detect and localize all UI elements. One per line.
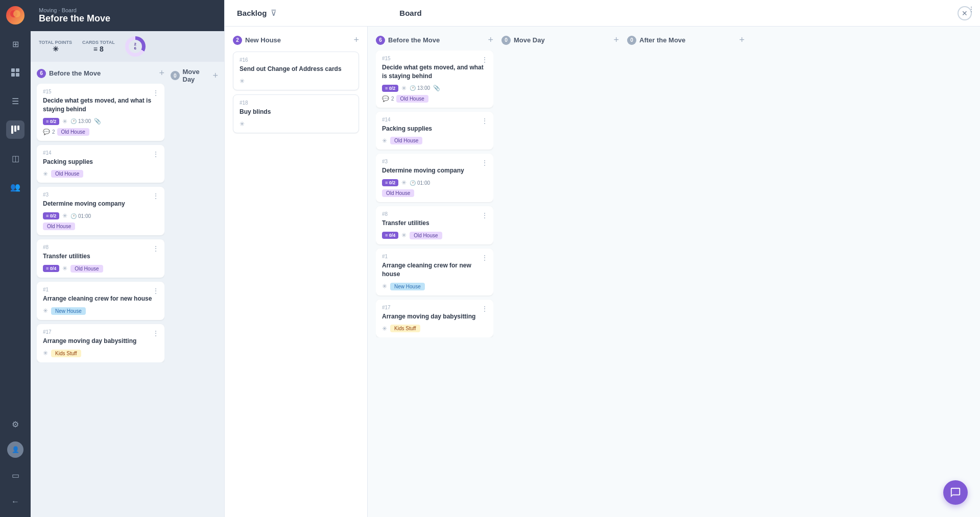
board-star-14[interactable]: ✳	[382, 137, 387, 144]
tag-15[interactable]: Old House	[57, 128, 89, 136]
tag-3[interactable]: Old House	[43, 223, 75, 230]
board-tag-17[interactable]: Kids Stuff	[390, 325, 420, 332]
card-15[interactable]: ⋮ #15 Decide what gets moved, and what i…	[37, 84, 164, 141]
sidebar-item-dashboard[interactable]	[6, 63, 25, 82]
card-menu-14[interactable]: ⋮	[152, 150, 159, 158]
sidebar-item-grid[interactable]: ⊞	[6, 35, 25, 53]
board-card-menu-15[interactable]: ⋮	[481, 56, 488, 64]
backlog-card-18[interactable]: ⋮ #18 Buy blinds ✳	[233, 94, 359, 133]
board-star-15[interactable]: ✳	[401, 85, 407, 92]
board-col-header-after: 0 After the Move +	[627, 35, 745, 45]
star-icon-b16[interactable]: ✳	[240, 78, 245, 85]
tag-14[interactable]: Old House	[51, 170, 83, 178]
board-card-title-14: Packing supplies	[382, 125, 487, 133]
card-title-b16: Send out Change of Address cards	[240, 65, 352, 73]
card-menu-3[interactable]: ⋮	[152, 192, 159, 200]
board-columns-row: 6 Before the Move + ⋮ #15 Decide what ge…	[376, 35, 972, 509]
star-icon-15[interactable]: ✳	[62, 118, 67, 125]
card-number-b18: #18	[240, 100, 352, 106]
card-number-b16: #16	[240, 57, 352, 63]
board-card-menu-14[interactable]: ⋮	[481, 117, 488, 125]
filter-icon[interactable]: ⊽	[271, 8, 277, 18]
sidebar-item-users[interactable]: 👥	[6, 178, 25, 196]
board-star-1[interactable]: ✳	[382, 283, 387, 290]
column-title-move-day: 0 Move Day	[171, 68, 212, 83]
card-14[interactable]: ⋮ #14 Packing supplies ✳ Old House	[37, 145, 164, 183]
tag-8[interactable]: Old House	[70, 265, 103, 273]
board-card-number-8: #8	[382, 211, 487, 217]
star-icon-14[interactable]: ✳	[43, 170, 48, 178]
board-card-1[interactable]: ⋮ #1 Arrange cleaning crew for new house…	[376, 249, 493, 296]
sidebar-item-back[interactable]: ←	[6, 493, 25, 511]
sidebar-item-board[interactable]	[6, 120, 25, 139]
board-card-number-1: #1	[382, 254, 487, 259]
sidebar-item-list[interactable]: ☰	[6, 92, 25, 110]
card-3[interactable]: ⋮ #3 Determine moving company ≡ 0/2 ✳ 🕐 …	[37, 187, 164, 235]
board-card-menu-8[interactable]: ⋮	[481, 211, 488, 219]
board-card-menu-1[interactable]: ⋮	[481, 254, 488, 262]
board-card-15[interactable]: ⋮ #15 Decide what gets moved, and what i…	[376, 51, 493, 108]
tag-1[interactable]: New House	[51, 307, 86, 315]
star-icon-8[interactable]: ✳	[62, 265, 67, 272]
board-tag-3[interactable]: Old House	[382, 189, 414, 197]
add-card-before-move[interactable]: +	[159, 68, 164, 79]
add-board-card-before[interactable]: +	[488, 35, 493, 45]
add-board-card-after[interactable]: +	[739, 35, 745, 45]
board-col-title-moveday: 0 Move Day	[501, 36, 545, 45]
sidebar-item-card[interactable]: ▭	[6, 466, 25, 484]
cards-total-label: CARDS TOTAL	[82, 40, 115, 45]
add-backlog-card[interactable]: +	[353, 35, 359, 45]
total-points-label: TOTAL POINTS	[39, 40, 72, 45]
svg-rect-7	[14, 126, 16, 132]
progress-donut: 2 6	[125, 36, 146, 57]
star-icon-3[interactable]: ✳	[62, 212, 67, 219]
total-points-value: ✳	[53, 45, 59, 53]
sidebar-item-layers[interactable]: ◫	[6, 149, 25, 167]
board-tag-8[interactable]: Old House	[410, 232, 442, 239]
board-card-menu-17[interactable]: ⋮	[481, 305, 488, 313]
column-count-move-day: 0	[171, 71, 180, 80]
backlog-card-16[interactable]: ⋮ #16 Send out Change of Address cards ✳	[233, 52, 359, 90]
board-card-8[interactable]: ⋮ #8 Transfer utilities ≡ 0/4 ✳ Old Hous…	[376, 206, 493, 244]
comment-count-15: 2	[52, 129, 55, 135]
card-8[interactable]: ⋮ #8 Transfer utilities ≡ 0/4 ✳ Old Hous…	[37, 239, 164, 278]
backlog-section: 2 New House + ⋮ #16 Send out Change of A…	[225, 27, 368, 517]
sidebar-item-settings[interactable]: ⚙	[6, 415, 25, 433]
board-star-3[interactable]: ✳	[401, 179, 407, 186]
board-tag-14[interactable]: Old House	[390, 137, 422, 144]
left-column-move-day: 0 Move Day +	[171, 68, 218, 511]
card-17[interactable]: ⋮ #17 Arrange moving day babysitting ✳ K…	[37, 324, 164, 362]
cards-list-before-move: ⋮ #15 Decide what gets moved, and what i…	[37, 84, 164, 362]
board-card-17[interactable]: ⋮ #17 Arrange moving day babysitting ✳ K…	[376, 300, 493, 338]
board-card-menu-3[interactable]: ⋮	[481, 159, 488, 167]
board-col-header-before: 6 Before the Move +	[376, 35, 493, 45]
svg-rect-4	[11, 73, 15, 77]
chat-button[interactable]	[943, 480, 968, 505]
board-star-8[interactable]: ✳	[401, 232, 407, 239]
board-star-17[interactable]: ✳	[382, 325, 387, 332]
star-icon-17[interactable]: ✳	[43, 350, 48, 357]
star-icon-b18[interactable]: ✳	[240, 120, 245, 128]
avatar[interactable]: 👤	[7, 441, 23, 458]
board-tag-1[interactable]: New House	[390, 283, 425, 290]
board-tag-15[interactable]: Old House	[396, 95, 428, 103]
card-menu-1[interactable]: ⋮	[152, 287, 159, 295]
add-board-card-moveday[interactable]: +	[613, 35, 619, 45]
star-icon-1[interactable]: ✳	[43, 307, 48, 314]
board-card-14[interactable]: ⋮ #14 Packing supplies ✳ Old House	[376, 112, 493, 150]
board-comment-row-3: Old House	[382, 189, 487, 197]
card-menu-15[interactable]: ⋮	[152, 89, 159, 97]
column-title-before-move: 6 Before the Move	[37, 69, 101, 78]
tag-17[interactable]: Kids Stuff	[51, 350, 81, 357]
add-card-move-day[interactable]: +	[212, 70, 218, 81]
card-1[interactable]: ⋮ #1 Arrange cleaning crew for new house…	[37, 282, 164, 320]
board-comment-icon-15: 💬	[382, 95, 389, 102]
card-title-15: Decide what gets moved, and what is stay…	[43, 96, 158, 114]
main-overlay: Backlog ⊽ Board ✕ 2 New House + ⋮ #16 Se…	[225, 0, 980, 517]
backlog-col-header: 2 New House +	[233, 35, 359, 45]
svg-rect-3	[16, 68, 19, 72]
board-card-3[interactable]: ⋮ #3 Determine moving company ≡ 0/2 ✳ 🕐 …	[376, 154, 493, 202]
app-logo[interactable]	[6, 6, 25, 24]
card-menu-17[interactable]: ⋮	[152, 329, 159, 337]
card-menu-8[interactable]: ⋮	[152, 244, 159, 253]
